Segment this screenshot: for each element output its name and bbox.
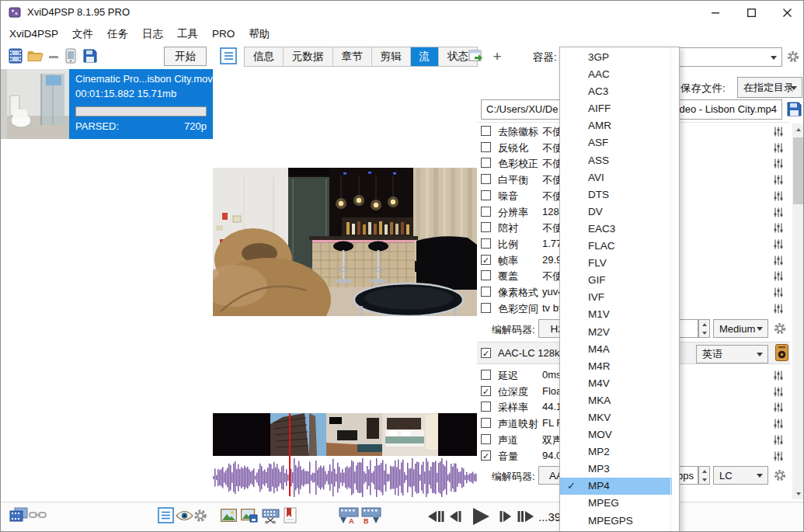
- menu-item-7[interactable]: 帮助: [242, 24, 277, 43]
- container-option-MKV[interactable]: MKV: [560, 409, 672, 426]
- slider-icon[interactable]: [773, 222, 784, 236]
- container-option-M1V[interactable]: M1V: [560, 306, 672, 323]
- container-option-ASS[interactable]: ASS: [560, 152, 672, 169]
- container-option-3GP[interactable]: 3GP: [560, 49, 672, 66]
- slider-icon[interactable]: [773, 287, 784, 301]
- playhead-marker[interactable]: [289, 413, 291, 496]
- slider-icon[interactable]: [773, 434, 784, 448]
- slider-icon[interactable]: [773, 238, 784, 252]
- tab-剪辑[interactable]: 剪辑: [372, 47, 411, 66]
- audio-settings-button[interactable]: [773, 468, 787, 482]
- slider-icon[interactable]: [773, 255, 784, 269]
- container-option-M2V[interactable]: M2V: [560, 324, 672, 341]
- checkbox[interactable]: [481, 158, 491, 168]
- scroll-up-button[interactable]: [792, 123, 804, 135]
- container-option-MP3[interactable]: MP3: [560, 461, 672, 478]
- open-folder-button[interactable]: [27, 50, 44, 62]
- speaker-icon[interactable]: [775, 344, 788, 361]
- log-button[interactable]: [220, 47, 237, 64]
- timeline-filmstrip[interactable]: [213, 413, 477, 459]
- audio-waveform[interactable]: [213, 457, 477, 501]
- slider-icon[interactable]: [773, 270, 784, 284]
- container-option-AVI[interactable]: AVI: [560, 169, 672, 186]
- start-button[interactable]: 开始: [164, 47, 207, 66]
- slider-icon[interactable]: [773, 190, 784, 204]
- slider-icon[interactable]: [773, 174, 784, 188]
- checkbox[interactable]: [481, 126, 491, 136]
- checkbox[interactable]: [481, 238, 491, 249]
- container-option-GIF[interactable]: GIF: [560, 272, 672, 289]
- video-preset-select[interactable]: Medium: [713, 319, 768, 338]
- container-option-IVF[interactable]: IVF: [560, 289, 672, 306]
- container-settings-button[interactable]: [786, 50, 800, 64]
- join-files-button[interactable]: [9, 507, 28, 523]
- tab-元数据[interactable]: 元数据: [284, 47, 333, 66]
- tab-章节[interactable]: 章节: [333, 47, 372, 66]
- checkbox[interactable]: [481, 207, 491, 217]
- menu-item-2[interactable]: 文件: [65, 24, 100, 43]
- save-mode-select[interactable]: 在指定目录: [737, 77, 802, 98]
- container-option-MPEGTS[interactable]: MPEGTS: [560, 530, 672, 532]
- tab-信息[interactable]: 信息: [245, 47, 284, 66]
- slider-icon[interactable]: [773, 418, 784, 432]
- step-forward-button[interactable]: [499, 509, 513, 523]
- menu-item-3[interactable]: 任务: [100, 24, 135, 43]
- container-option-AMR[interactable]: AMR: [560, 117, 672, 134]
- menu-item-5[interactable]: 工具: [170, 24, 205, 43]
- container-option-M4V[interactable]: M4V: [560, 375, 672, 392]
- media-info-button[interactable]: [158, 507, 174, 523]
- slider-icon[interactable]: [773, 386, 784, 400]
- slider-icon[interactable]: [773, 207, 784, 221]
- checkbox[interactable]: [481, 174, 491, 184]
- remove-file-button[interactable]: [48, 51, 59, 62]
- trim-end-button[interactable]: B: [361, 507, 381, 524]
- container-option-AIFF[interactable]: AIFF: [560, 100, 672, 117]
- trim-start-button[interactable]: A: [339, 507, 359, 524]
- container-option-AAC[interactable]: AAC: [560, 66, 672, 83]
- scroll-down-button[interactable]: [792, 488, 804, 499]
- next-scene-button[interactable]: [517, 509, 535, 523]
- cut-fragment-button[interactable]: [262, 509, 280, 523]
- container-option-ASF[interactable]: ASF: [560, 134, 672, 151]
- container-option-MP4[interactable]: ✓MP4: [560, 478, 672, 495]
- container-option-MOV[interactable]: MOV: [560, 426, 672, 443]
- file-list-item[interactable]: Cinematic Pro...isbon City.mov 00:01:15.…: [1, 69, 213, 139]
- slider-icon[interactable]: [773, 142, 784, 156]
- container-option-MKA[interactable]: MKA: [560, 392, 672, 409]
- preview-eye-button[interactable]: [176, 510, 193, 521]
- chapters-button[interactable]: [284, 507, 297, 523]
- menu-item-1[interactable]: XviD4PSP: [2, 24, 65, 43]
- slider-icon[interactable]: [773, 303, 784, 317]
- slider-icon[interactable]: [773, 402, 784, 416]
- save-frame-button[interactable]: [241, 509, 258, 523]
- checkbox[interactable]: ✓: [481, 450, 491, 461]
- container-option-FLV[interactable]: FLV: [560, 255, 672, 272]
- add-file-button[interactable]: [9, 48, 23, 64]
- scrollbar-thumb[interactable]: [793, 137, 803, 204]
- container-option-MP2[interactable]: MP2: [560, 443, 672, 461]
- checkbox[interactable]: ✓: [481, 255, 491, 265]
- link-files-button[interactable]: [29, 509, 47, 520]
- checkbox[interactable]: [481, 303, 491, 313]
- slider-icon[interactable]: [773, 370, 784, 384]
- minimize-button[interactable]: [698, 1, 733, 24]
- screenshot-button[interactable]: [221, 509, 237, 522]
- maximize-button[interactable]: [733, 1, 769, 24]
- audio-profile-select[interactable]: LC: [713, 466, 768, 485]
- add-tab-button[interactable]: +: [489, 47, 506, 67]
- save-tasks-button[interactable]: [82, 48, 98, 64]
- checkbox[interactable]: [481, 142, 491, 152]
- checkbox[interactable]: [481, 418, 491, 428]
- tab-流[interactable]: 流: [411, 47, 440, 66]
- play-button[interactable]: [470, 506, 492, 527]
- close-button[interactable]: [769, 1, 804, 24]
- setting-value[interactable]: 0ms: [542, 369, 562, 381]
- container-option-MPEGPS[interactable]: MPEGPS: [560, 513, 672, 530]
- checkbox[interactable]: [481, 270, 491, 280]
- container-option-DV[interactable]: DV: [560, 203, 672, 221]
- container-option-M4A[interactable]: M4A: [560, 341, 672, 358]
- video-bitrate-spinner[interactable]: [698, 319, 710, 338]
- container-option-MPEG[interactable]: MPEG: [560, 495, 672, 512]
- container-option-DTS[interactable]: DTS: [560, 186, 672, 203]
- save-path-button[interactable]: [786, 101, 802, 117]
